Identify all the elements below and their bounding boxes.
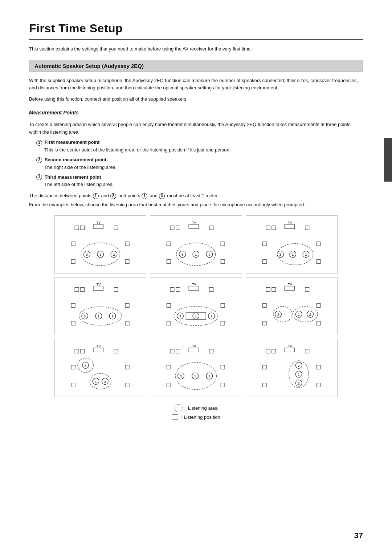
svg-text:3: 3 [180, 374, 182, 378]
svg-rect-37 [262, 242, 266, 246]
svg-text:TV: TV [192, 221, 196, 224]
svg-text:1: 1 [98, 315, 99, 318]
svg-rect-40 [317, 259, 320, 263]
page-number: 37 [354, 531, 363, 540]
svg-rect-118 [176, 349, 180, 353]
diagram-2: TV 3 1 2 [150, 215, 242, 274]
subsection-divider [29, 117, 363, 117]
svg-text:2: 2 [298, 364, 299, 367]
svg-text:1: 1 [292, 253, 294, 256]
svg-rect-6 [125, 242, 129, 246]
svg-rect-137 [317, 365, 320, 369]
svg-rect-17 [189, 224, 199, 229]
diagram-6: TV 3 1 2 [246, 277, 338, 335]
point-1-title: First measurement point [45, 139, 100, 145]
point-2-desc: The right side of the listening area. [44, 165, 117, 170]
measurement-points-list: 1 First measurement point This is the ce… [36, 139, 363, 189]
svg-rect-121 [221, 365, 225, 369]
svg-text:TV: TV [97, 283, 101, 286]
diagram-1: TV 3 1 2 [54, 215, 146, 274]
svg-rect-105 [71, 383, 75, 387]
svg-rect-84 [271, 287, 275, 291]
svg-rect-51 [81, 287, 85, 291]
legend-rect-item: : Listening position [172, 414, 220, 420]
svg-rect-49 [93, 286, 103, 291]
dist-circle-3: 3 [159, 193, 165, 199]
measurement-point-3: 3 Third measurement point The left side … [36, 174, 363, 189]
svg-text:3: 3 [298, 381, 299, 385]
diagrams-grid: TV 3 1 2 TV [54, 215, 338, 397]
svg-rect-56 [125, 321, 129, 325]
svg-text:TV: TV [288, 344, 292, 348]
legend: : Listening area : Listening position [29, 404, 363, 422]
svg-rect-136 [262, 365, 266, 369]
svg-rect-5 [71, 242, 75, 246]
svg-text:2: 2 [309, 313, 311, 316]
svg-rect-19 [176, 226, 180, 230]
svg-rect-39 [262, 259, 266, 263]
svg-rect-86 [262, 304, 266, 308]
svg-text:3: 3 [84, 315, 86, 318]
listening-area-icon [175, 404, 183, 412]
svg-rect-22 [221, 242, 225, 246]
svg-text:3: 3 [86, 253, 88, 256]
diagram-5: TV 3 1 2 [150, 277, 242, 335]
svg-rect-117 [170, 349, 174, 353]
svg-rect-138 [262, 383, 266, 387]
svg-text:1: 1 [99, 253, 101, 256]
svg-text:1: 1 [195, 253, 197, 256]
svg-text:TV: TV [288, 283, 292, 286]
svg-text:2: 2 [209, 374, 211, 378]
svg-rect-119 [209, 349, 213, 353]
svg-rect-104 [125, 365, 129, 369]
svg-rect-103 [71, 365, 75, 369]
section-header: Automatic Speaker Setup (Audyssey 2EQ) [29, 60, 363, 72]
legend-circle-item: : Listening area [175, 404, 218, 412]
svg-rect-122 [167, 383, 171, 387]
svg-text:1: 1 [195, 315, 197, 318]
svg-text:2: 2 [112, 315, 114, 318]
svg-rect-20 [209, 226, 213, 230]
svg-rect-4 [114, 226, 118, 230]
svg-rect-69 [167, 304, 171, 308]
svg-rect-66 [170, 287, 174, 291]
svg-rect-34 [266, 226, 270, 230]
svg-rect-18 [170, 226, 174, 230]
diagram-3: TV 3 1 2 [246, 215, 338, 274]
svg-text:TV: TV [97, 221, 101, 224]
svg-rect-54 [125, 304, 129, 308]
svg-text:3: 3 [179, 315, 181, 318]
svg-rect-123 [221, 383, 225, 387]
svg-rect-24 [221, 259, 225, 263]
diagram-9: TV 2 1 3 [246, 339, 338, 397]
diagram-8: TV 3 1 2 [150, 339, 242, 397]
circle-1: 1 [36, 140, 42, 146]
svg-text:3: 3 [85, 364, 86, 367]
svg-rect-68 [209, 287, 213, 291]
page-title: First Time Setup [29, 22, 363, 35]
svg-rect-65 [189, 286, 199, 291]
svg-rect-23 [167, 259, 171, 263]
legend-circle-label: : Listening area [185, 405, 218, 411]
svg-rect-53 [71, 304, 75, 308]
svg-rect-134 [271, 349, 275, 353]
svg-rect-89 [317, 321, 320, 325]
svg-rect-2 [75, 226, 79, 230]
svg-text:1: 1 [298, 373, 299, 376]
point-3-title: Third measurement point [45, 174, 101, 180]
dist-circle-1b: 1 [142, 193, 147, 199]
svg-text:1: 1 [195, 374, 196, 378]
svg-text:1: 1 [95, 380, 97, 384]
svg-rect-7 [71, 259, 75, 263]
svg-text:2: 2 [113, 253, 115, 256]
svg-rect-50 [75, 287, 79, 291]
circle-2: 2 [36, 157, 42, 163]
svg-text:1: 1 [298, 313, 299, 316]
svg-text:2: 2 [209, 253, 211, 256]
right-tab [384, 138, 392, 182]
dist-circle-2: 2 [110, 193, 116, 199]
svg-rect-83 [266, 287, 270, 291]
svg-text:3: 3 [181, 253, 183, 256]
listening-position-icon [172, 414, 178, 420]
svg-text:TV: TV [192, 283, 196, 286]
